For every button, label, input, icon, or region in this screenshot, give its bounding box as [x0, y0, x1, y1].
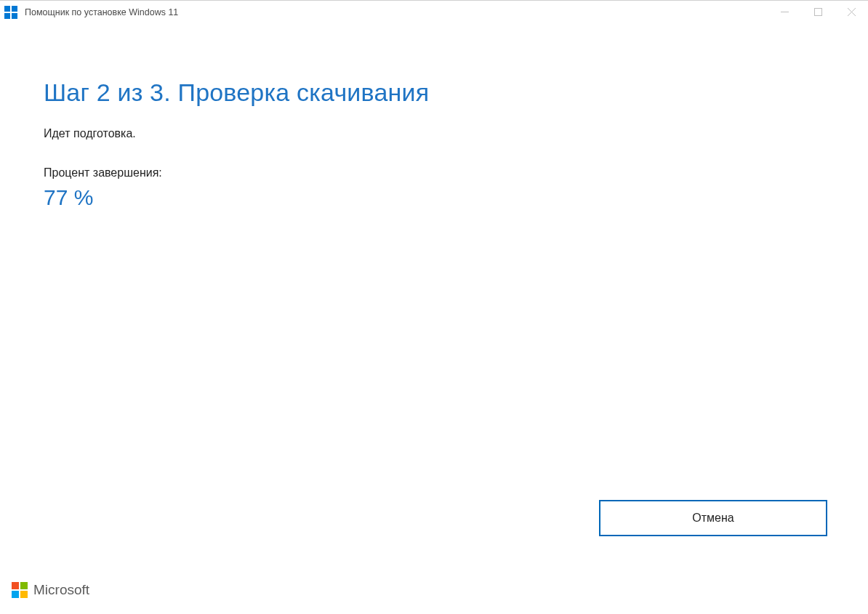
- progress-label: Процент завершения:: [44, 166, 824, 179]
- footer: Microsoft: [12, 582, 89, 598]
- window-controls: [768, 1, 868, 23]
- title-bar: Помощник по установке Windows 11: [0, 0, 868, 23]
- windows-logo-icon: [4, 6, 17, 19]
- cancel-button[interactable]: Отмена: [599, 500, 827, 536]
- close-button[interactable]: [835, 1, 868, 23]
- progress-value: 77 %: [44, 185, 824, 210]
- microsoft-logo-icon: [12, 582, 28, 598]
- footer-brand: Microsoft: [33, 582, 89, 598]
- maximize-button[interactable]: [801, 1, 835, 23]
- minimize-button[interactable]: [768, 1, 801, 23]
- page-heading: Шаг 2 из 3. Проверка скачивания: [44, 78, 824, 107]
- window-title: Помощник по установке Windows 11: [25, 7, 768, 17]
- main-content: Шаг 2 из 3. Проверка скачивания Идет под…: [0, 23, 868, 210]
- svg-rect-1: [814, 9, 821, 16]
- status-text: Идет подготовка.: [44, 127, 824, 140]
